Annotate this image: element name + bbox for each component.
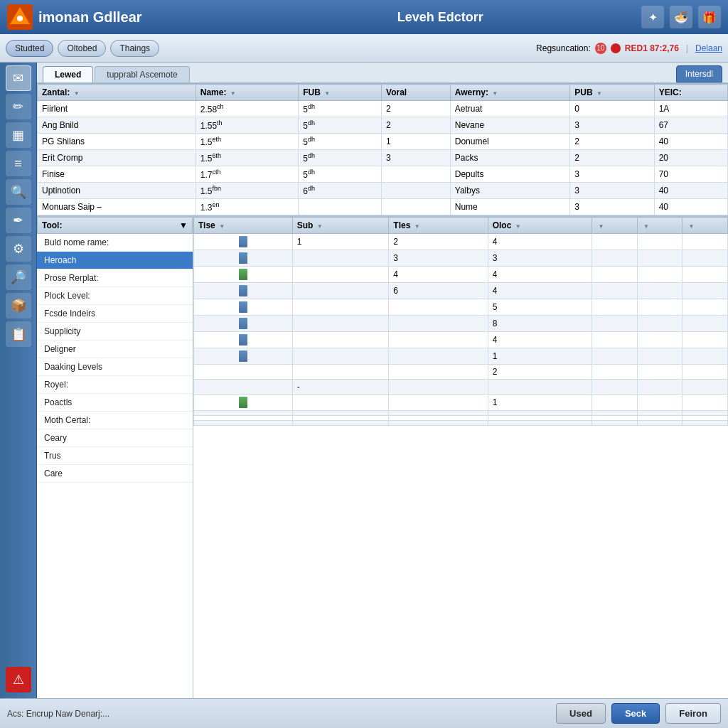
detail-row[interactable]: 1 (194, 348, 728, 365)
col-e6[interactable]: ▼ (637, 218, 682, 234)
detail-row[interactable]: 4 (194, 332, 728, 348)
col-name[interactable]: Name: ▼ (196, 85, 298, 101)
cell-tise (194, 348, 293, 365)
detail-row[interactable]: 3 3 (194, 250, 728, 267)
detail-row[interactable]: 8 (194, 316, 728, 332)
detail-row[interactable]: 6 4 (194, 283, 728, 299)
cell-tles (389, 416, 488, 421)
cell-e6 (637, 299, 682, 316)
feiron-button[interactable]: Feiron (665, 703, 721, 724)
sidebar-icon-report[interactable]: 📋 (6, 321, 31, 347)
detail-row[interactable] (194, 416, 728, 421)
sidebar-icon-grid[interactable]: ▦ (6, 122, 31, 148)
cell-name: 1.56th (196, 150, 298, 166)
cell-tles: 6 (389, 283, 488, 299)
sidebar-icon-edit[interactable]: ✏ (6, 94, 31, 119)
tool-dropdown-arrow[interactable]: ▼ (179, 220, 188, 230)
cell-e5 (592, 421, 638, 426)
tab-tupprabl[interactable]: tupprabl Ascemote (95, 66, 189, 82)
tool-item[interactable]: Poactls (37, 394, 193, 412)
detail-row[interactable]: 5 (194, 299, 728, 316)
thaings-button[interactable]: Thaings (110, 40, 159, 57)
cell-tles (389, 348, 488, 365)
detail-row[interactable] (194, 421, 728, 426)
col-e7[interactable]: ▼ (682, 218, 728, 234)
col-voral[interactable]: Voral (382, 85, 451, 101)
table-row[interactable]: Uptinotion 1.5fbn 6dh Yalbys 3 40 (38, 183, 728, 199)
col-sub[interactable]: Sub ▼ (292, 218, 389, 234)
cell-e7 (682, 283, 728, 299)
cell-oloc (488, 421, 592, 426)
table-row[interactable]: Erit Cromp 1.56th 5dh 3 Packs 2 20 (38, 150, 728, 166)
tool-item[interactable]: Buld nome rame: (37, 234, 193, 252)
detail-row[interactable]: 1 2 4 (194, 234, 728, 250)
cell-voral (382, 183, 451, 199)
sidebar-icon-mail[interactable]: ✉ (6, 65, 31, 91)
sidebar-icon-alert[interactable]: ⚠ (6, 667, 31, 692)
detail-row[interactable]: 1 (194, 395, 728, 411)
sidebar-icon-box[interactable]: 📦 (6, 293, 31, 318)
col-pub[interactable]: PUB ▼ (570, 85, 654, 101)
col-yeic[interactable]: YEIC: (654, 85, 727, 101)
tab-intersdl[interactable]: Intersdl (676, 65, 722, 82)
table-row[interactable]: Finise 1.7cth 5dh Depults 3 70 (38, 166, 728, 183)
sidebar-icon-search[interactable]: 🔍 (6, 179, 31, 205)
sub-tabs: Lewed tupprabl Ascemote Intersdl (37, 63, 728, 84)
tool-item[interactable]: Royel: (37, 376, 193, 394)
oltobed-button[interactable]: Oltobed (58, 40, 106, 57)
cell-e7 (682, 416, 728, 421)
detail-row[interactable]: - (194, 380, 728, 395)
tool-item[interactable]: Deligner (37, 341, 193, 358)
tool-item[interactable]: Moth Certal: (37, 412, 193, 429)
cell-tise (194, 283, 293, 299)
tool-item[interactable]: Supplicity (37, 323, 193, 341)
detail-row[interactable]: 4 4 (194, 267, 728, 283)
lower-section: Tool: ▼ Buld nome rame:HeroachProse Rerp… (37, 217, 728, 698)
cell-name: 1.5eth (196, 134, 298, 150)
table-row[interactable]: Ang Bnild 1.55th 5dh 2 Nevane 3 67 (38, 117, 728, 134)
table-row[interactable]: PG Shiians 1.5eth 5dh 1 Donumel 2 40 (38, 134, 728, 150)
tool-item[interactable]: Ceary (37, 429, 193, 447)
tool-item[interactable]: Care (37, 465, 193, 483)
col-zantal[interactable]: Zantal: ▼ (38, 85, 196, 101)
gift-icon[interactable]: 🎁 (698, 6, 721, 28)
tab-lewed[interactable]: Lewed (43, 66, 93, 82)
cell-name: 1.55th (196, 117, 298, 134)
sidebar-icon-list[interactable]: ≡ (6, 151, 31, 176)
col-e5[interactable]: ▼ (592, 218, 638, 234)
tool-item[interactable]: Heroach (37, 252, 193, 269)
table-row[interactable]: Monuars Saip – 1.3en Nume 3 40 (38, 199, 728, 215)
sidebar-icon-gear[interactable]: ⚙ (6, 236, 31, 262)
seck-button[interactable]: Seck (611, 703, 660, 724)
col-fub[interactable]: FUB ▼ (299, 85, 382, 101)
status-dot (611, 43, 621, 53)
cell-sub (292, 250, 389, 267)
delete-button[interactable]: Delaan (695, 43, 722, 53)
chef-icon[interactable]: 🍜 (670, 6, 692, 28)
sidebar-icon-magnify[interactable]: 🔎 (6, 264, 31, 290)
col-tise[interactable]: Tise ▼ (194, 218, 293, 234)
used-button[interactable]: Used (556, 703, 606, 724)
tool-item[interactable]: Trus (37, 447, 193, 465)
cell-e6 (637, 316, 682, 332)
table-row[interactable]: Fiirlent 2.58ch 5dh 2 Aetruat 0 1A (38, 101, 728, 117)
sidebar-icon-pen[interactable]: ✒ (6, 208, 31, 233)
cell-sub (292, 332, 389, 348)
col-oloc[interactable]: Oloc ▼ (488, 218, 592, 234)
detail-row[interactable] (194, 411, 728, 416)
detail-row[interactable]: 2 (194, 365, 728, 380)
cell-voral: 1 (382, 134, 451, 150)
notification-badge: 10 (595, 43, 606, 54)
toolbar-divider: | (686, 43, 688, 53)
tool-item[interactable]: Fcsde Indeirs (37, 305, 193, 323)
cell-e7 (682, 234, 728, 250)
tool-item[interactable]: Plock Level: (37, 287, 193, 305)
tool-item[interactable]: Daaking Levels (37, 358, 193, 376)
minimize-icon[interactable]: ✦ (641, 6, 664, 28)
cell-e5 (592, 267, 638, 283)
studted-button[interactable]: Studted (6, 40, 53, 57)
tool-item[interactable]: Prose Rerplat: (37, 269, 193, 287)
col-awerny[interactable]: Awerny: ▼ (450, 85, 569, 101)
cell-tles (389, 380, 488, 395)
col-tles[interactable]: Tles ▼ (389, 218, 488, 234)
